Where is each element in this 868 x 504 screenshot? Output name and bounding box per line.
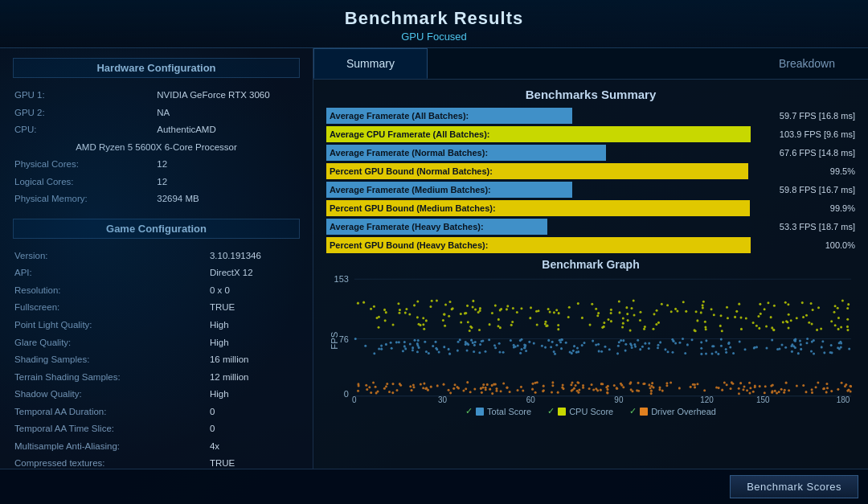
svg-point-146 — [597, 343, 600, 346]
svg-point-488 — [473, 387, 476, 390]
svg-point-250 — [610, 312, 612, 314]
benchmark-bar-row: Average Framerate (All Batches): 59.7 FP… — [326, 108, 855, 124]
svg-point-104 — [577, 350, 579, 353]
svg-point-382 — [610, 309, 612, 311]
memory-value: 32694 MB — [157, 191, 298, 207]
svg-point-135 — [700, 341, 702, 343]
svg-point-387 — [420, 324, 422, 326]
svg-point-558 — [486, 383, 489, 386]
svg-point-302 — [812, 309, 814, 311]
svg-point-110 — [728, 342, 731, 344]
svg-point-458 — [551, 381, 554, 383]
table-row: Terrain Shading Samples: 12 million — [14, 370, 298, 386]
svg-point-567 — [489, 388, 491, 391]
svg-point-89 — [380, 348, 383, 350]
svg-point-93 — [657, 344, 660, 346]
svg-point-351 — [626, 313, 628, 315]
svg-point-326 — [547, 308, 550, 310]
svg-point-576 — [466, 381, 469, 383]
svg-point-258 — [758, 327, 760, 330]
svg-point-531 — [375, 386, 377, 388]
svg-point-80 — [428, 352, 430, 354]
table-row: GPU 2: NA — [14, 105, 298, 121]
tab-summary[interactable]: Summary — [313, 48, 428, 79]
svg-point-157 — [793, 339, 796, 342]
svg-point-76 — [547, 339, 550, 342]
bench-bar-label: Percent GPU Bound (Normal Batches): — [330, 166, 493, 176]
svg-point-96 — [700, 347, 702, 350]
svg-point-136 — [837, 346, 839, 349]
svg-point-28 — [553, 350, 555, 353]
svg-point-413 — [782, 321, 784, 323]
svg-point-213 — [438, 350, 440, 353]
svg-point-187 — [572, 350, 575, 352]
table-row: Logical Cores: 12 — [14, 174, 298, 191]
svg-point-534 — [772, 383, 774, 386]
svg-point-295 — [726, 306, 728, 309]
svg-point-585 — [620, 383, 622, 385]
svg-point-63 — [797, 352, 800, 354]
svg-point-562 — [557, 391, 559, 394]
svg-point-441 — [365, 384, 367, 387]
gpu2-label: GPU 2: — [14, 105, 155, 121]
svg-point-202 — [395, 341, 398, 343]
svg-point-46 — [678, 342, 681, 344]
svg-point-103 — [470, 339, 473, 342]
svg-text:120: 120 — [700, 395, 714, 403]
svg-point-281 — [378, 326, 380, 329]
svg-point-595 — [759, 385, 761, 387]
svg-point-237 — [734, 316, 736, 318]
svg-point-184 — [840, 346, 842, 348]
glare-label: Glare Quality: — [14, 335, 208, 351]
svg-point-297 — [627, 319, 629, 322]
svg-point-443 — [481, 391, 483, 394]
svg-point-537 — [841, 382, 843, 384]
svg-point-272 — [530, 306, 532, 309]
svg-point-254 — [787, 303, 789, 305]
svg-point-388 — [408, 313, 411, 315]
svg-point-233 — [653, 313, 655, 315]
svg-point-338 — [497, 318, 500, 321]
svg-point-329 — [618, 311, 620, 313]
svg-point-494 — [520, 386, 522, 388]
logical-cores-value: 12 — [157, 174, 298, 191]
svg-point-52 — [686, 343, 689, 346]
svg-point-460 — [830, 390, 833, 392]
benchmark-scores-button[interactable]: Benchmark Scores — [730, 475, 858, 498]
svg-point-29 — [565, 342, 567, 344]
tab-breakdown[interactable]: Breakdown — [746, 48, 868, 79]
svg-point-442 — [368, 386, 371, 388]
svg-point-339 — [603, 326, 605, 328]
svg-point-519 — [669, 382, 672, 384]
svg-point-298 — [549, 311, 551, 313]
svg-point-422 — [491, 392, 493, 395]
svg-point-341 — [705, 328, 707, 330]
svg-point-301 — [357, 302, 359, 305]
svg-point-487 — [748, 391, 751, 394]
bottom-bar: Benchmark Scores — [0, 469, 868, 504]
svg-point-555 — [377, 390, 379, 392]
table-row: Multisample Anti-Aliasing: 4x — [14, 439, 298, 455]
svg-point-467 — [643, 383, 645, 385]
svg-point-609 — [622, 386, 624, 388]
svg-point-163 — [631, 346, 633, 349]
terrain-label: Terrain Shading Samples: — [14, 370, 208, 386]
svg-point-240 — [841, 299, 844, 301]
svg-point-314 — [520, 307, 522, 309]
page-subtitle: GPU Focused — [0, 31, 868, 43]
svg-point-73 — [765, 346, 768, 349]
svg-point-605 — [605, 386, 608, 388]
svg-point-195 — [513, 346, 515, 349]
right-panel: Summary Breakdown Benchmarks Summary Ave… — [313, 48, 868, 469]
svg-point-399 — [591, 303, 593, 305]
svg-point-132 — [711, 352, 714, 354]
svg-point-168 — [781, 344, 784, 346]
svg-point-604 — [752, 391, 755, 393]
svg-point-159 — [667, 350, 669, 353]
svg-point-395 — [536, 323, 538, 326]
svg-point-197 — [794, 346, 796, 349]
svg-point-65 — [472, 342, 474, 344]
svg-point-154 — [705, 352, 707, 354]
svg-point-55 — [691, 338, 694, 341]
svg-point-18 — [821, 340, 824, 342]
